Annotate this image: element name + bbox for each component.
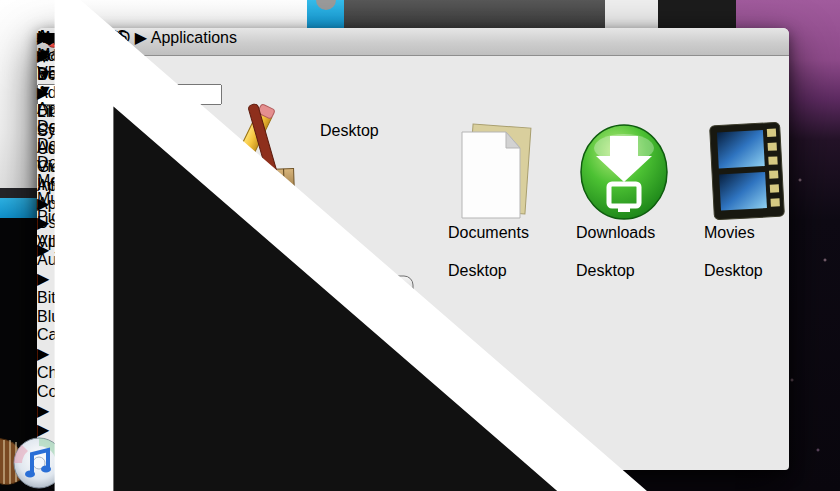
- mouse-cursor: [0, 0, 840, 491]
- screen: Applications ◀ ▶ ⚙ ▼: [0, 0, 840, 491]
